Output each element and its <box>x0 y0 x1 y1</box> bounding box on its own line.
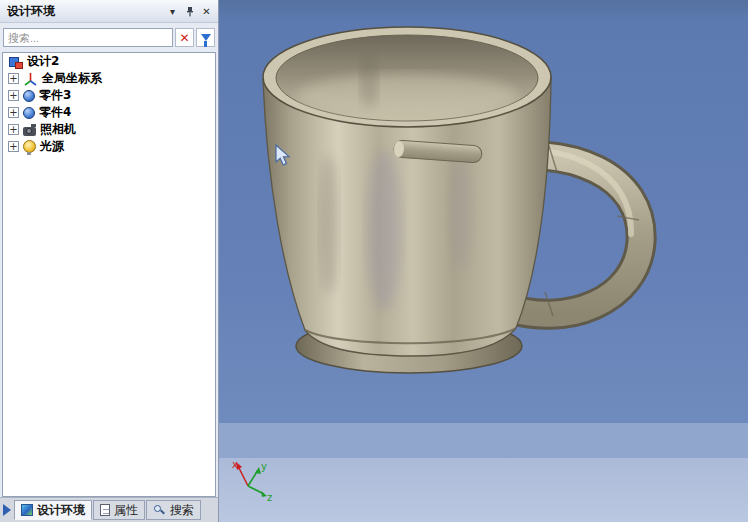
tree-item-part3[interactable]: + 零件3 <box>3 87 215 104</box>
axis-label-y: y <box>261 461 267 472</box>
properties-tab-icon <box>100 504 110 516</box>
clear-search-button[interactable]: ✕ <box>175 28 194 47</box>
filter-icon <box>201 34 211 41</box>
pin-icon[interactable] <box>181 3 198 19</box>
tree-item-design-root[interactable]: 设计2 <box>3 53 215 70</box>
design-icon <box>8 55 23 69</box>
search-input[interactable] <box>3 28 173 47</box>
mug-3d-model[interactable] <box>219 0 748 522</box>
tab-label: 设计环境 <box>37 502 85 519</box>
light-icon <box>23 140 36 153</box>
expand-icon[interactable]: + <box>8 107 19 118</box>
expand-icon[interactable]: + <box>8 124 19 135</box>
mug-rim <box>263 27 551 127</box>
coordinate-system-icon <box>23 72 38 86</box>
tree-item-part4[interactable]: + 零件4 <box>3 104 215 121</box>
tree-item-label: 照相机 <box>40 121 76 138</box>
tab-properties[interactable]: 属性 <box>93 500 145 520</box>
panel-titlebar: 设计环境 ▾ ✕ <box>0 0 218 23</box>
tab-search[interactable]: 搜索 <box>146 500 201 520</box>
design-environment-panel: 设计环境 ▾ ✕ ✕ 设计2 + <box>0 0 219 522</box>
axis-label-z: z <box>267 492 272 502</box>
clear-search-icon: ✕ <box>179 32 189 44</box>
mouse-cursor-icon <box>274 144 291 167</box>
tree-item-label: 零件4 <box>39 104 71 121</box>
search-tab-icon <box>153 504 166 517</box>
tree-item-label: 全局坐标系 <box>42 70 102 87</box>
dropdown-arrow-icon[interactable]: ▾ <box>164 3 181 19</box>
design-environment-tab-icon <box>21 504 33 516</box>
axis-label-x: x <box>232 459 238 470</box>
tree-item-camera[interactable]: + 照相机 <box>3 121 215 138</box>
tab-label: 属性 <box>114 502 138 519</box>
tree-item-label: 设计2 <box>27 53 59 70</box>
3d-viewport[interactable]: x y z <box>219 0 748 522</box>
model-tree: 设计2 + 全局坐标系 + 零件3 + 零件4 <box>2 52 216 497</box>
panel-tabbar: 设计环境 属性 搜索 <box>0 497 218 522</box>
tree-item-label: 零件3 <box>39 87 71 104</box>
part-icon <box>23 90 35 102</box>
panel-title: 设计环境 <box>7 3 164 20</box>
tab-design-environment[interactable]: 设计环境 <box>14 500 92 520</box>
expand-icon[interactable]: + <box>8 73 19 84</box>
tree-item-label: 光源 <box>40 138 64 155</box>
tree-item-light-source[interactable]: + 光源 <box>3 138 215 155</box>
axis-triad: x y z <box>231 458 277 502</box>
filter-button[interactable] <box>196 28 215 47</box>
application-window: 设计环境 ▾ ✕ ✕ 设计2 + <box>0 0 748 522</box>
tab-label: 搜索 <box>170 502 194 519</box>
camera-icon <box>23 127 36 136</box>
search-row: ✕ <box>0 23 218 52</box>
expand-icon[interactable]: + <box>8 90 19 101</box>
expand-icon[interactable]: + <box>8 141 19 152</box>
tree-item-global-coordinate-system[interactable]: + 全局坐标系 <box>3 70 215 87</box>
close-icon[interactable]: ✕ <box>198 3 215 19</box>
part-icon <box>23 107 35 119</box>
tab-scroll-triangle-icon[interactable] <box>3 504 11 516</box>
